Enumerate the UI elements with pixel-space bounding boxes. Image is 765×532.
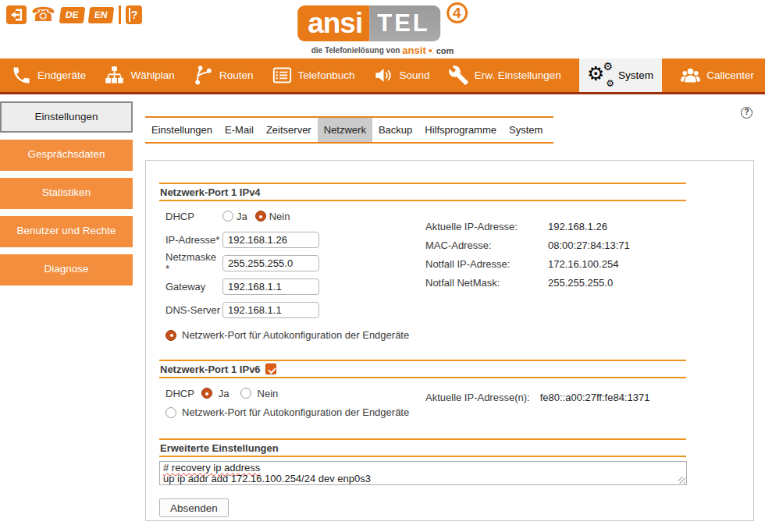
phonebook-icon [272,65,293,86]
ipv6-dhcp-nein-label: Nein [258,388,279,399]
dns-server-label: DNS-Server [165,304,222,316]
gears-icon: ⚙ ⚙ ⚙ [588,64,613,87]
ipv4-dhcp-ja-label: Ja [237,211,247,222]
absenden-button[interactable]: Absenden [159,498,229,517]
ipv6-title-text: Netzwerk-Port 1 IPv6 [160,364,261,375]
sidebar-item-benutzer-und-rechte[interactable]: Benutzer und Rechte [0,216,133,247]
ipv4-dhcp-nein-radio[interactable] [255,211,266,222]
nav-label: Sound [400,69,430,81]
ipv6-dhcp-ja-label: Ja [219,388,230,399]
textarea-line: # recovery ip address [163,463,683,473]
nav-item-waehlplan[interactable]: Wählplan [104,59,174,92]
tab-einstellungen[interactable]: Einstellungen [145,118,219,142]
nav-item-callcenter[interactable]: Callcenter [680,59,754,92]
section-title-ipv6: Netzwerk-Port 1 IPv6 [159,360,686,378]
sidebar: Einstellungen Gesprächsdaten Statistiken… [0,101,133,286]
ipv6-autoconf-label: Netzwerk-Port für Autokonfiguration der … [182,406,409,418]
field-row-dns: DNS-Server [165,301,753,318]
info-label: Notfall NetMask: [425,278,548,289]
nav-label: Callcenter [706,69,754,81]
nav-item-endgeraete[interactable]: Endgeräte [11,59,86,92]
info-value: 172.16.100.254 [548,259,630,270]
nav-label: System [618,69,653,81]
sidebar-item-einstellungen[interactable]: Einstellungen [0,101,133,133]
nav-label: Erw. Einstellungen [475,69,561,81]
ipv4-dhcp-ja-radio[interactable] [222,211,233,222]
nav-item-system[interactable]: ⚙ ⚙ ⚙ System [579,59,662,92]
info-label: MAC-Adresse: [425,240,548,251]
nav-label: Endgeräte [37,69,86,81]
sidebar-item-gespraechsdaten[interactable]: Gesprächsdaten [0,140,133,171]
sitemap-icon [104,65,125,86]
network-settings-panel: Netzwerk-Port 1 IPv4 DHCP Ja Nein IP-Adr… [145,160,754,521]
netzmaske-input[interactable] [222,255,319,271]
textarea-line: up ip addr add 172.16.100.254/24 dev enp… [163,473,683,484]
quickbar: ☎ DE EN ? [6,5,142,24]
ipv4-autoconf-row: Netzwerk-Port für Autokonfiguration der … [165,329,753,341]
tab-backup[interactable]: Backup [372,118,418,142]
tagline-brand: ansit [402,44,425,56]
tab-system[interactable]: System [503,118,549,142]
ipv4-autoconf-radio[interactable] [165,330,176,341]
nav-item-erw-einstellungen[interactable]: Erw. Einstellungen [448,59,561,92]
ipv6-dhcp-ja-radio[interactable] [201,388,212,399]
dns-server-input[interactable] [222,302,319,318]
sidebar-item-diagnose[interactable]: Diagnose [0,254,133,286]
help-icon[interactable]: ? [741,107,753,119]
phone-icon [11,65,32,86]
logo-version-badge: 4 [447,2,468,23]
gateway-input[interactable] [222,278,319,295]
ipv6-dhcp-nein-radio[interactable] [240,388,251,399]
advanced-settings-textarea[interactable]: # recovery ip address up ip addr add 172… [159,461,687,485]
ipv4-autoconf-label: Netzwerk-Port für Autokonfiguration der … [182,329,409,341]
info-value: 192.168.1.26 [548,222,630,232]
nav-label: Routen [219,69,254,81]
logo-part-ansi: ansi [297,5,369,41]
dhcp-label: DHCP [165,211,222,222]
route-icon [193,65,214,86]
dhcp-label: DHCP [165,388,194,399]
info-value: fe80::a00:27ff:fe84:1371 [540,392,650,403]
ipv6-enabled-checkbox[interactable] [265,364,276,374]
info-value: 08:00:27:84:13:71 [548,240,630,251]
ip-adresse-input[interactable] [222,232,319,248]
info-label: Aktuelle IP-Adresse(n): [425,392,530,403]
help-book-icon[interactable]: ? [126,5,142,24]
people-icon [680,65,701,86]
sidebar-item-statistiken[interactable]: Statistiken [0,178,133,209]
tab-hilfsprogramme[interactable]: Hilfsprogramme [418,118,503,142]
gateway-label: Gateway [165,281,222,293]
nav-item-routen[interactable]: Routen [193,59,254,92]
section-title-erweiterte-einstellungen: Erweiterte Einstellungen [159,438,686,457]
ipv6-autoconf-row: Netzwerk-Port für Autokonfiguration der … [165,406,753,418]
info-value: 255.255.255.0 [548,278,630,289]
app-logo: ansi TEL 4 die Telefonielösung von ansit… [297,5,468,56]
main-nav: Endgeräte Wählplan Routen Telefonbuch So… [0,59,765,94]
nav-label: Wählplan [130,69,174,81]
nav-item-telefonbuch[interactable]: Telefonbuch [272,59,355,92]
ip-adresse-label: IP-Adresse* [165,234,222,246]
tab-zeitserver[interactable]: Zeitserver [260,118,318,142]
language-de-button[interactable]: DE [59,7,85,23]
ipv4-info-list: Aktuelle IP-Adresse: 192.168.1.26 MAC-Ad… [425,222,630,289]
tab-email[interactable]: E-Mail [219,118,260,142]
info-label: Notfall IP-Adresse: [425,259,548,270]
wrench-icon [448,65,469,86]
logout-icon[interactable] [6,5,27,24]
logo-part-tel: TEL [369,5,440,41]
ipv6-autoconf-radio[interactable] [165,407,176,418]
settings-tabbar: Einstellungen E-Mail Zeitserver Netzwerk… [145,116,553,144]
nav-label: Telefonbuch [298,69,355,81]
info-label: Aktuelle IP-Adresse: [425,222,548,232]
divider [119,5,121,24]
tagline-suffix: com [436,46,454,55]
ipv6-info-row: Aktuelle IP-Adresse(n): fe80::a00:27ff:f… [425,392,649,403]
nav-item-sound[interactable]: Sound [373,59,430,92]
netzmaske-label: Netzmaske * [165,251,222,275]
header: ☎ DE EN ? ansi TEL 4 die Telefonielösung… [0,0,765,59]
tab-netzwerk[interactable]: Netzwerk [318,118,372,142]
language-en-button[interactable]: EN [88,7,114,23]
logo-dots-icon [429,49,432,52]
phone-icon[interactable]: ☎ [31,5,55,24]
speaker-icon [373,65,394,86]
